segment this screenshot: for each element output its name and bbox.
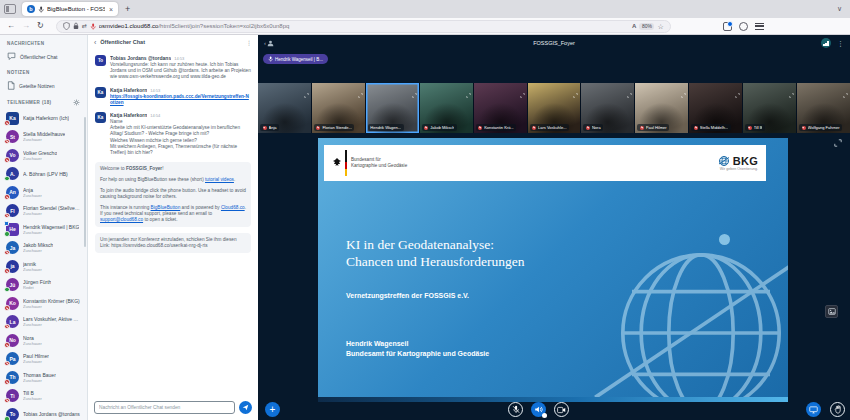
permissions-icon[interactable]: ⇄ <box>82 23 87 29</box>
actions-plus-button[interactable]: + <box>265 402 280 417</box>
mute-toggle-button[interactable] <box>508 402 523 417</box>
tile-fullscreen-button[interactable] <box>735 84 740 102</box>
list-all-tabs-button[interactable]: ∨ <box>837 5 842 13</box>
tile-fullscreen-button[interactable] <box>789 84 794 102</box>
webcam-tile[interactable]: Anja <box>258 83 311 133</box>
webcam-tile[interactable]: Hendrik Wagen... <box>366 83 419 133</box>
participant-row[interactable]: HeHendrik Wagenseil | BKGZuschauer <box>0 220 87 239</box>
tab-title: BigBlueButton - FOSS <box>47 6 105 12</box>
participant-row[interactable]: PaPaul HilmerZuschauer <box>0 350 87 369</box>
reload-button[interactable]: ↻ <box>37 22 44 30</box>
userlist-scrollbar[interactable] <box>84 117 86 247</box>
webcam-tile[interactable]: Till B <box>743 83 796 133</box>
mic-in-use-icon[interactable] <box>90 23 96 30</box>
participant-info: Lars Voskuhler, Aktive GrüneZuschauer <box>23 316 81 327</box>
participant-row[interactable]: ToTobias Jordans @tordans <box>0 405 87 420</box>
participant-row[interactable]: A.A. Böhran (LPV HB) <box>0 165 87 184</box>
firefox-view-icon[interactable] <box>4 4 16 14</box>
extension-icon[interactable] <box>723 22 732 31</box>
tile-fullscreen-button[interactable] <box>358 84 363 102</box>
participant-row[interactable]: KaKatja Haferkorn (Ich) <box>0 109 87 128</box>
participant-row[interactable]: VoVolker GreschoZuschauer <box>0 146 87 165</box>
tile-fullscreen-icon[interactable] <box>573 93 578 98</box>
tile-fullscreen-button[interactable] <box>573 84 578 102</box>
webcam-tile[interactable]: Stella Middelh... <box>689 83 742 133</box>
webcam-tile[interactable]: Wolfgang Fahrner <box>797 83 850 133</box>
sidebar-item-shared-notes[interactable]: Geteilte Notizen <box>0 78 87 93</box>
participant-list[interactable]: KaKatja Haferkorn (Ich)StStella Middelha… <box>0 109 87 420</box>
system-link[interactable]: tutorial videos <box>205 177 234 182</box>
leave-audio-button[interactable] <box>531 402 546 417</box>
participant-row[interactable]: JüJürgen FürthRedet <box>0 276 87 295</box>
webcam-tile[interactable]: Florian Stende... <box>312 83 365 133</box>
chat-options-icon[interactable]: ⋮ <box>246 39 252 46</box>
url-bar[interactable]: ⇄ osmvideo1.cloud68.co/html5client/join?… <box>56 20 671 33</box>
webcam-tile[interactable]: Jakob Miksch <box>420 83 473 133</box>
manage-users-gear-icon[interactable] <box>73 99 80 106</box>
participant-row[interactable]: TiTill BZuschauer <box>0 387 87 406</box>
participant-row[interactable]: JaJakob MikschZuschauer <box>0 239 87 258</box>
participant-row[interactable]: ThThomas BauerZuschauer <box>0 368 87 387</box>
webcam-tile[interactable]: Konstantin Krö... <box>474 83 527 133</box>
tile-fullscreen-button[interactable] <box>843 84 848 102</box>
tile-fullscreen-icon[interactable] <box>304 93 309 98</box>
message-link[interactable]: https://fossgis-koordination.pads.ccc.de… <box>110 94 251 106</box>
participant-row[interactable]: jajannikZuschauer <box>0 257 87 276</box>
lock-icon[interactable] <box>73 22 79 30</box>
presentation-fullscreen-icon[interactable] <box>834 139 842 147</box>
presentation-slide[interactable]: Bundesamt für Kartographie und Geodäsie … <box>318 138 788 402</box>
tile-fullscreen-icon[interactable] <box>843 93 848 98</box>
zoom-level-chip[interactable]: 80% <box>639 23 654 30</box>
chat-message-input[interactable] <box>94 401 235 414</box>
tile-fullscreen-icon[interactable] <box>735 93 740 98</box>
new-tab-button[interactable]: + <box>125 4 130 14</box>
snapshot-slide-button[interactable] <box>825 305 838 318</box>
tile-fullscreen-icon[interactable] <box>627 93 632 98</box>
tile-fullscreen-icon[interactable] <box>520 93 525 98</box>
connection-status-icon[interactable] <box>821 38 831 48</box>
tile-fullscreen-icon[interactable] <box>466 93 471 98</box>
tile-fullscreen-button[interactable] <box>304 84 309 102</box>
tile-fullscreen-button[interactable] <box>466 84 471 102</box>
options-menu-icon[interactable]: ⋮ <box>837 40 844 47</box>
chat-message-list[interactable]: ToTobias Jordans @tordans14:53Vorstellun… <box>88 49 258 399</box>
tile-fullscreen-icon[interactable] <box>789 93 794 98</box>
menu-icon[interactable] <box>755 23 764 30</box>
webcam-tile[interactable]: Paul Hilmer <box>635 83 688 133</box>
system-link[interactable]: Cloud68.co <box>221 205 245 210</box>
tile-fullscreen-icon[interactable] <box>358 93 363 98</box>
tile-fullscreen-button[interactable] <box>412 84 417 102</box>
participant-row[interactable]: LaLars Voskuhler, Aktive GrüneZuschauer <box>0 313 87 332</box>
tile-fullscreen-icon[interactable] <box>681 93 686 98</box>
tile-fullscreen-icon[interactable] <box>412 93 417 98</box>
share-webcam-button[interactable] <box>554 402 569 417</box>
back-button[interactable]: ← <box>7 22 15 30</box>
participant-row[interactable]: KoKonstantin Krömer (BKG)Zuschauer <box>0 294 87 313</box>
tile-fullscreen-button[interactable] <box>681 84 686 102</box>
webcam-tile[interactable]: Nora <box>581 83 634 133</box>
account-icon[interactable] <box>739 22 748 31</box>
send-message-button[interactable] <box>239 401 252 414</box>
sidebar-item-public-chat[interactable]: Öffentlicher Chat <box>0 49 87 64</box>
tile-fullscreen-button[interactable] <box>520 84 525 102</box>
webcam-tile[interactable]: Lars Voskuhle... <box>528 83 581 133</box>
audio-volume-icon <box>534 405 543 414</box>
restore-presentation-button[interactable] <box>806 402 821 417</box>
bookmark-star-icon[interactable]: ☆ <box>657 23 663 30</box>
tracking-shield-icon[interactable] <box>63 22 70 30</box>
translate-icon[interactable]: A <box>632 23 636 29</box>
url-text[interactable]: osmvideo1.cloud68.co/html5client/join?se… <box>99 23 629 29</box>
tile-fullscreen-button[interactable] <box>627 84 632 102</box>
talking-indicator[interactable]: Hendrik Wagenseil | B... <box>263 54 328 64</box>
participant-row[interactable]: NoNoraZuschauer <box>0 331 87 350</box>
raise-hand-button[interactable] <box>830 402 845 417</box>
participant-row[interactable]: StStella MiddelhauveZuschauer <box>0 128 87 147</box>
system-link[interactable]: BigBlueButton <box>151 205 181 210</box>
tab-close-button[interactable]: × <box>109 6 113 13</box>
browser-tab[interactable]: b BigBlueButton - FOSS × <box>22 2 118 16</box>
forward-button[interactable]: → <box>22 22 30 30</box>
system-link[interactable]: support@cloud68.co <box>100 217 143 222</box>
participant-row[interactable]: AnAnjaZuschauer <box>0 183 87 202</box>
participant-row[interactable]: FlFlorian Stendel (Stellvertr.)Zuschauer <box>0 202 87 221</box>
hide-chat-button[interactable]: ‹ <box>94 39 96 46</box>
